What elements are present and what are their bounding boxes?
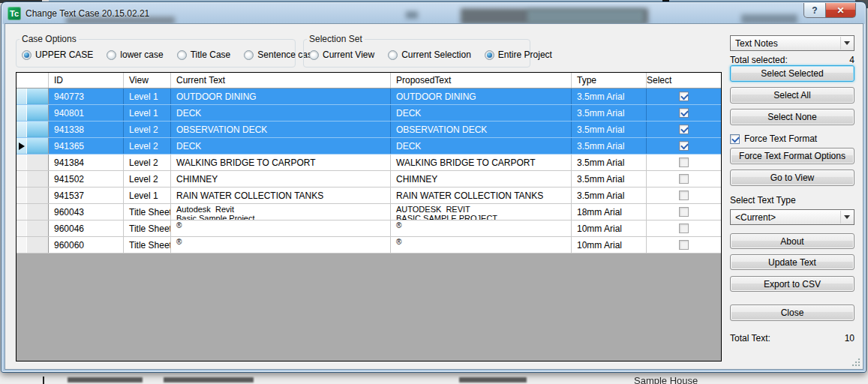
titlebar-glass-blur <box>406 11 418 19</box>
select-all-button[interactable]: Select All <box>730 87 854 104</box>
cell-select <box>647 188 721 203</box>
cell-view: Level 1 <box>124 105 171 121</box>
row-header[interactable] <box>17 188 49 203</box>
titlebar-glass-blur <box>527 10 644 23</box>
row-checkbox[interactable] <box>679 124 689 134</box>
radio-button-icon <box>244 50 254 60</box>
force-text-format-checkbox[interactable]: Force Text Format <box>730 134 817 144</box>
header-view[interactable]: View <box>124 73 171 88</box>
cell-id: 960046 <box>49 220 124 236</box>
resize-grip[interactable] <box>851 358 860 367</box>
cell-view: Title Sheet <box>124 204 171 220</box>
cell-select <box>647 122 721 137</box>
category-dropdown[interactable]: Text Notes <box>730 35 854 51</box>
cell-proposed-text: WALKING BRIDGE TO CARPORT <box>391 154 572 170</box>
close-button[interactable]: Close <box>730 304 854 321</box>
radio-button-icon <box>177 50 187 60</box>
radio-button-icon <box>107 50 116 60</box>
row-header[interactable] <box>17 88 49 104</box>
cell-current-text: ® <box>171 237 391 253</box>
export-to-csv-button[interactable]: Export to CSV <box>730 276 854 292</box>
row-checkbox[interactable] <box>679 141 689 151</box>
cell-type: 3.5mm Arial <box>572 154 647 170</box>
cell-current-text: DECK <box>171 105 391 121</box>
cell-current-text: WALKING BRIDGE TO CARPORT <box>171 154 391 170</box>
header-current-text[interactable]: Current Text <box>171 73 391 88</box>
row-checkbox[interactable] <box>679 190 689 200</box>
cell-proposed-text: DECK <box>391 105 572 121</box>
cell-type: 10mm Arial <box>572 220 647 236</box>
cell-view: Level 1 <box>124 88 171 104</box>
select-none-button[interactable]: Select None <box>730 109 854 125</box>
cell-proposed-text: AUTODESK REVITBASIC SAMPLE PROJECT <box>391 204 572 220</box>
row-checkbox[interactable] <box>679 92 689 101</box>
total-text-value: 10 <box>802 333 854 344</box>
table-row[interactable]: 941384 Level 2 WALKING BRIDGE TO CARPORT… <box>17 154 721 171</box>
radio-upper-case[interactable]: UPPER CASE <box>22 50 93 60</box>
force-text-format-options-button[interactable]: Force Text Format Options <box>730 148 854 164</box>
cell-id: 941502 <box>49 171 124 187</box>
cell-select <box>647 220 721 236</box>
table-row[interactable]: 941338 Level 2 OBSERVATION DECK OBSERVAT… <box>17 122 721 138</box>
about-button[interactable]: About <box>730 233 854 249</box>
cell-id: 940773 <box>49 88 124 104</box>
row-header[interactable] <box>17 122 49 137</box>
row-header[interactable] <box>17 105 49 121</box>
row-checkbox[interactable] <box>679 174 689 184</box>
background-sample-house-text: Sample House <box>634 375 814 384</box>
radio-title-case[interactable]: Title Case <box>177 50 231 60</box>
radio-entire-project[interactable]: Entire Project <box>485 50 552 60</box>
radio-current-view[interactable]: Current View <box>309 50 374 60</box>
select-text-type-label: Select Text Type <box>730 195 796 206</box>
total-text-label: Total Text: <box>730 333 770 344</box>
table-row[interactable]: 960060 Title Sheet ® ® 10mm Arial <box>17 237 721 254</box>
app-icon: Tc <box>8 7 21 20</box>
table-row[interactable]: 940801 Level 1 DECK DECK 3.5mm Arial <box>17 105 721 122</box>
cell-type: 18mm Arial <box>572 204 647 220</box>
cell-view: Level 2 <box>124 154 171 170</box>
select-selected-button[interactable]: Select Selected <box>730 65 854 82</box>
cell-current-text: OBSERVATION DECK <box>171 122 391 137</box>
text-notes-table: ID View Current Text ProposedText Type S… <box>16 72 722 362</box>
radio-lower-case[interactable]: lower case <box>107 50 163 60</box>
row-header[interactable] <box>17 171 49 187</box>
row-header[interactable] <box>17 220 49 236</box>
row-header[interactable] <box>17 204 49 220</box>
go-to-view-button[interactable]: Go to View <box>730 170 854 186</box>
cell-id: 960043 <box>49 204 124 220</box>
cell-select <box>647 105 721 121</box>
table-row-current[interactable]: 941365 Level 2 DECK DECK 3.5mm Arial <box>17 138 721 154</box>
background-blurred-text <box>459 377 527 382</box>
case-options-radios: UPPER CASE lower case Title Case Sentenc… <box>22 50 331 60</box>
cell-id: 941384 <box>49 154 124 170</box>
header-select[interactable]: Select <box>647 73 721 88</box>
row-checkbox[interactable] <box>679 207 689 217</box>
radio-button-icon <box>22 50 32 60</box>
radio-button-icon <box>388 50 398 60</box>
table-row[interactable]: 940773 Level 1 OUTDOOR DINING OUTDOOR DI… <box>17 88 721 105</box>
row-header[interactable] <box>17 154 49 170</box>
table-row[interactable]: 941537 Level 1 RAIN WATER COLLECTION TAN… <box>17 188 721 204</box>
table-row[interactable]: 941502 Level 2 CHIMNEY CHIMNEY 3.5mm Ari… <box>17 171 721 188</box>
row-header[interactable] <box>17 237 49 253</box>
cell-type: 3.5mm Arial <box>572 122 647 137</box>
row-checkbox[interactable] <box>679 240 689 250</box>
change-text-case-dialog: Tc Change Text Case 20.15.02.21 ? ✕ Case… <box>1 2 866 373</box>
table-row[interactable]: 960046 Title Sheet ® ® 10mm Arial <box>17 220 721 237</box>
help-button[interactable]: ? <box>803 3 826 18</box>
header-type[interactable]: Type <box>572 73 647 88</box>
table-row[interactable]: 960043 Title Sheet Autodesk RevitBasic S… <box>17 204 721 220</box>
row-checkbox[interactable] <box>679 108 689 118</box>
update-text-button[interactable]: Update Text <box>730 254 854 270</box>
header-proposed-text[interactable]: ProposedText <box>391 73 572 88</box>
row-checkbox[interactable] <box>679 224 689 233</box>
row-header[interactable] <box>17 138 49 154</box>
cell-view: Level 2 <box>124 171 171 187</box>
close-window-button[interactable]: ✕ <box>826 3 856 18</box>
dialog-titlebar[interactable]: Tc Change Text Case 20.15.02.21 <box>2 3 865 24</box>
row-checkbox[interactable] <box>679 158 689 167</box>
chevron-down-icon <box>840 37 853 50</box>
radio-current-selection[interactable]: Current Selection <box>388 50 471 60</box>
text-type-dropdown[interactable]: <Current> <box>730 209 854 225</box>
header-id[interactable]: ID <box>49 73 124 88</box>
